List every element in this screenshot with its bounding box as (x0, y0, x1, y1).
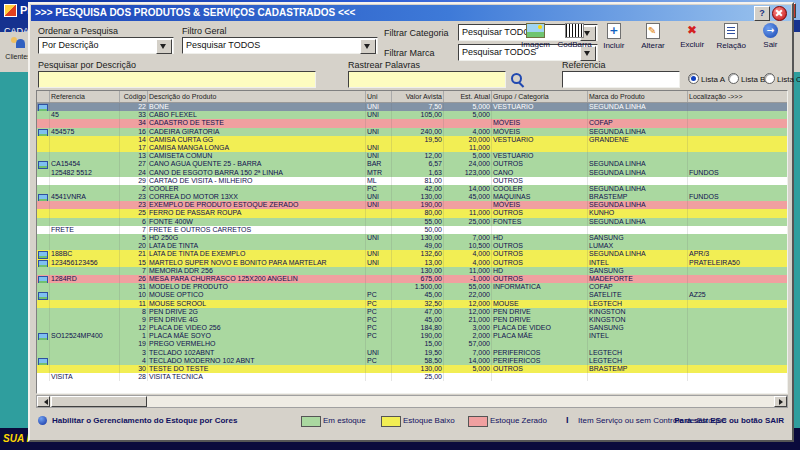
grid-header-cell[interactable]: Código (120, 91, 148, 102)
table-row[interactable]: 6FONTE 400W55,0025,000FONTESSEGUNDA LINH… (37, 218, 787, 226)
cell-ref (50, 365, 120, 373)
incluir-button[interactable]: Incluir (594, 21, 633, 59)
table-row[interactable]: 34CADASTRO DE TESTEMÓVEISCOFAP (37, 119, 787, 127)
table-row[interactable]: 22BONEUNI7,505,000VESTUARIOSEGUNDA LINHA (37, 103, 787, 111)
cell-uni: PC (366, 185, 392, 193)
table-row[interactable]: 125482 551224CANO DE ESGOTO BARRA 150 2ª… (37, 169, 787, 177)
table-row[interactable]: 20LATA DE TINTA49,0010,500OUTROSLUMAX (37, 242, 787, 250)
help-button[interactable]: ? (754, 6, 770, 21)
grid-header-cell[interactable]: Localização ->>> (688, 91, 787, 102)
horizontal-scrollbar[interactable] (36, 395, 788, 408)
radio-lista-c[interactable]: Lista C (764, 73, 800, 85)
cell-est: -1,000 (444, 275, 492, 283)
relacao-button[interactable]: Relação (712, 21, 751, 59)
table-row[interactable]: 13CAMISETA COMUNUNI12,005,000VESTUARIO (37, 152, 787, 160)
table-row[interactable]: 5HD 250GUNI130,007,000HDSANSUNG (37, 234, 787, 242)
in-stock-label: Em estoque (323, 416, 366, 425)
table-row[interactable]: 4541VNRA23CORREA DO MOTOR 13XXUNI130,004… (37, 193, 787, 201)
grid-header-cell[interactable]: Valor Avista (392, 91, 444, 102)
description-search-input[interactable] (38, 71, 316, 88)
dropdown-arrow-icon[interactable] (360, 39, 376, 54)
codbarra-button[interactable]: CodBarra (555, 21, 594, 59)
cell-marca: KUNHO (588, 209, 688, 217)
scroll-right-arrow[interactable] (774, 396, 787, 407)
grid-header-cell[interactable]: Est. Atual (444, 91, 492, 102)
table-row[interactable]: 31MODELO DE PRODUTO1.500,0055,000INFORMA… (37, 283, 787, 291)
radio-lista-b[interactable]: Lista B (728, 73, 765, 85)
cell-marca: LEGTECH (588, 300, 688, 308)
general-filter-select[interactable]: Pesquisar TODOS (182, 37, 378, 54)
table-row[interactable]: 29CARTAO DE VISITA - MILHEIROML81,00OUTR… (37, 177, 787, 185)
table-row[interactable]: 4TECLADO MODERNO 102 ABNTPC58,5014,000PE… (37, 357, 787, 365)
table-row[interactable]: 12345612345615MARTELO SUPER NOVO E BONIT… (37, 259, 787, 267)
search-button[interactable] (509, 71, 526, 88)
table-row[interactable]: 25FERRO DE PASSAR ROUPA80,0011,000OUTROS… (37, 209, 787, 217)
cell-uni (366, 119, 392, 127)
cell-est: 5,000 (444, 103, 492, 111)
words-search-input[interactable] (348, 71, 506, 88)
table-row[interactable]: 30TESTE DO TESTE130,005,000OUTROSBRASTEM… (37, 365, 787, 373)
table-row[interactable]: 45457516CADEIRA GIRATORIAUNI240,004,000M… (37, 128, 787, 136)
dialog-titlebar[interactable]: >>> PESQUISA DOS PRODUTOS & SERVIÇOS CAD… (31, 5, 791, 21)
table-row[interactable]: 4533CABO FLEXELUNI105,005,000 (37, 111, 787, 119)
cell-val (392, 119, 444, 127)
grid-header-cell[interactable]: Grupo / Categoria (492, 91, 588, 102)
cell-uni: PC (366, 291, 392, 299)
cell-grp: VESTUARIO (492, 152, 588, 160)
cell-code: 21 (120, 250, 148, 258)
cell-grp: MAQUINAS (492, 193, 588, 201)
table-row[interactable]: 8PEN DRIVE 2GPC47,0012,000PEN DRIVEKINGS… (37, 308, 787, 316)
cell-desc: CAMISETA COMUN (148, 152, 366, 160)
imagem-button[interactable]: Imagem (516, 21, 555, 59)
table-row[interactable]: 188BC21LATA DE TINTA DE EXEMPLOUNI132,60… (37, 250, 787, 258)
table-row[interactable]: 19PREGO VERMELHO15,0057,000 (37, 340, 787, 348)
stock-legend: Habilitar o Gerenciamento do Estoque por… (36, 412, 788, 432)
grid-header-cell[interactable]: Marca do Produto (588, 91, 688, 102)
table-row[interactable]: 3TECLADO 102ABNTUNI19,507,000PERIFERICOS… (37, 349, 787, 357)
sair-button[interactable]: Sair (751, 21, 790, 59)
enable-colors-dot-icon[interactable] (38, 416, 47, 425)
table-row[interactable]: FRETE7FRETE E OUTROS CARRETOS50,00 (37, 226, 787, 234)
scrollbar-thumb[interactable] (51, 396, 147, 407)
cell-code: 16 (120, 128, 148, 136)
cell-uni: PC (366, 300, 392, 308)
table-row[interactable]: 14CAMISA CURTA GG19,5020,000VESTUARIOGRA… (37, 136, 787, 144)
table-row[interactable]: 9PEN DRIVE 4GPC45,0021,000PEN DRIVEKINGS… (37, 316, 787, 324)
low-stock-swatch (381, 416, 401, 427)
reference-input[interactable] (562, 71, 680, 88)
dropdown-arrow-icon[interactable] (156, 39, 172, 54)
cell-loc (688, 144, 787, 152)
table-row[interactable]: 17CAMISA MANGA LONGAUNI11,000 (37, 144, 787, 152)
alterar-button[interactable]: Alterar (633, 21, 672, 59)
dialog-close-button[interactable] (772, 6, 787, 21)
table-row[interactable]: 23EXEMPLO DE PRODUTO ESTOQUE ZERADOUNI19… (37, 201, 787, 209)
table-row[interactable]: 7MEMORIA DDR 256130,0011,000HDSANSUNG (37, 267, 787, 275)
cell-est: 7,000 (444, 349, 492, 357)
cell-est (444, 119, 492, 127)
grid-header-cell[interactable]: Descrição do Produto (148, 91, 366, 102)
cell-ref (50, 185, 120, 193)
cell-marca: BRASTEMP (588, 193, 688, 201)
table-row[interactable]: 11MOUSE SCROOLPC32,5012,000MOUSELEGTECH (37, 300, 787, 308)
table-row[interactable]: 10MOUSE OPTICOPC45,0022,000SATELITEAZ25 (37, 291, 787, 299)
grid-header-cell[interactable]: Uni (366, 91, 392, 102)
scroll-left-arrow[interactable] (37, 396, 50, 407)
table-row[interactable]: CA1545427CANO AGUA QUENTE 25 - BARRABAR6… (37, 160, 787, 168)
order-select[interactable]: Por Descrição (38, 37, 174, 54)
enable-colors-label[interactable]: Habilitar o Gerenciamento do Estoque por… (52, 416, 237, 425)
table-row[interactable]: 2COOLERPC42,0014,000COOLERSEGUNDA LINHA (37, 185, 787, 193)
grid-header-cell[interactable]: Referencia (50, 91, 120, 102)
grid-header-icon-col[interactable] (37, 91, 50, 102)
radio-lista-a[interactable]: Lista A (688, 73, 725, 85)
table-row[interactable]: 12PLACA DE VIDEO 256PC184,803,000PLACA D… (37, 324, 787, 332)
table-row[interactable]: SO12524MP4001PLACA MÃE SOYOPC190,002,000… (37, 332, 787, 340)
cell-marca: COFAP (588, 119, 688, 127)
cell-est: 12,000 (444, 308, 492, 316)
table-row[interactable]: 1284RD26MESA PARA CHURRASCO 125X200 ANGE… (37, 275, 787, 283)
cell-loc (688, 128, 787, 136)
order-value: Por Descrição (42, 40, 99, 50)
excluir-button[interactable]: Excluir (673, 21, 712, 59)
cell-code: 12 (120, 324, 148, 332)
cell-code: 7 (120, 267, 148, 275)
table-row[interactable]: VISITA28VISITA TECNICA25,00 (37, 373, 787, 381)
